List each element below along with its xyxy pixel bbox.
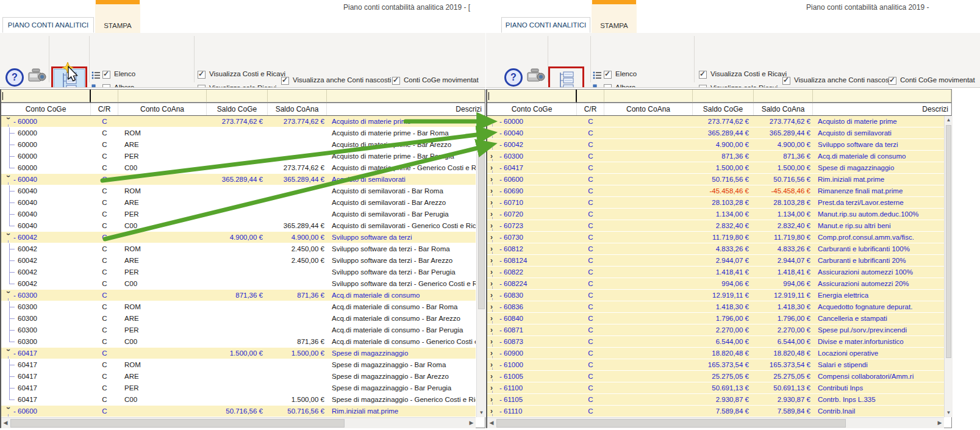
collapse-node-icon[interactable]: › — [2, 349, 14, 355]
filter-cell-saldo-coana[interactable] — [754, 90, 813, 102]
guida-button[interactable]: ? Guida — [501, 68, 526, 88]
row-60417-PER[interactable]: 60417CPERSpese di magazzinaggio - Bar Pe… — [1, 382, 476, 394]
row-60690[interactable]: ›- 60690C-45.458,46 €-45.458,46 €Rimanen… — [487, 185, 944, 197]
row-60830[interactable]: ›- 60830C12.919,11 €12.919,11 €Energia e… — [487, 290, 944, 301]
expand-node-icon[interactable]: › — [490, 313, 496, 324]
row-60040-ROM[interactable]: 60040CROMAcquisto di semilavorati - Bar … — [1, 185, 476, 197]
scroll-down-arrow[interactable]: ▼ — [945, 409, 953, 417]
filter-cell-conto-coge[interactable] — [487, 90, 577, 102]
row-60900[interactable]: ›- 60900C18.820,48 €18.820,48 €Locazioni… — [487, 348, 944, 359]
expand-node-icon[interactable]: › — [490, 406, 496, 417]
row-60822[interactable]: ›- 60822C1.418,41 €1.418,41 €Assicurazio… — [487, 267, 944, 278]
filter-cell-descrizione[interactable] — [813, 90, 951, 102]
row-60040-C00[interactable]: 60040CC00365.289,44 €Acquisto di semilav… — [1, 220, 476, 232]
row-60871[interactable]: ›- 60871C2.270,00 €2.270,00 €Spese pul./… — [487, 324, 944, 336]
row-60040-PER[interactable]: 60040CPERAcquisto di semilavorati - Bar … — [1, 209, 476, 220]
row-60600[interactable]: ›- 60600C50.716,56 €50.716,56 €Rim.inizi… — [1, 406, 476, 417]
column-header-saldo-coana[interactable]: Saldo CoAna — [754, 103, 813, 115]
row-60723[interactable]: ›- 60723C2.832,40 €2.832,40 €Manut.e rip… — [487, 220, 944, 232]
checkbox-elenco[interactable] — [604, 71, 612, 79]
scroll-down-arrow[interactable]: ▼ — [477, 409, 485, 417]
row-60300[interactable]: ›- 60300C871,36 €871,36 €Acq.di material… — [1, 290, 476, 301]
row-60042[interactable]: ›- 60042C4.900,00 €4.900,00 €Sviluppo so… — [487, 139, 944, 151]
scroll-up-arrow[interactable]: ▲ — [945, 116, 953, 124]
column-header-conto-coge[interactable]: Conto CoGe — [487, 103, 577, 115]
column-header-saldo-coge[interactable]: Saldo CoGe — [693, 103, 754, 115]
scroll-left-arrow[interactable]: ◀ — [1, 418, 10, 428]
row-60730[interactable]: ›- 60730C11.719,80 €11.719,80 €Comp.prof… — [487, 232, 944, 243]
filter-cell-saldo-coge[interactable] — [207, 90, 268, 102]
scroll-left-arrow[interactable]: ◀ — [487, 418, 496, 428]
expand-node-icon[interactable]: › — [490, 324, 496, 335]
row-61105[interactable]: ›- 61105C2.930,87 €2.930,87 €Contrb. Inp… — [487, 394, 944, 406]
expand-node-icon[interactable]: › — [490, 243, 496, 254]
checkbox-conti-coge-movimentati[interactable] — [889, 77, 896, 85]
checkbox-visualizza-anche-conti-nascosti[interactable] — [782, 77, 790, 85]
row-60000-C00[interactable]: 60000CC00273.774,62 €Acquisto di materie… — [1, 162, 476, 174]
row-60000[interactable]: ›- 60000C273.774,62 €273.774,62 €Acquist… — [487, 116, 944, 127]
tab-piano-conti-analitici[interactable]: PIANO CONTI ANALITICI — [501, 17, 590, 33]
expand-node-icon[interactable]: › — [490, 127, 496, 138]
column-header-descrizione[interactable]: Descrizi — [327, 103, 485, 115]
row-60720[interactable]: ›- 60720C1.134,00 €1.134,00 €Manut.rip.s… — [487, 209, 944, 220]
checkbox-visualizza-costi-e-ricavi[interactable] — [699, 71, 707, 79]
filter-cell-conto-coana[interactable] — [604, 90, 693, 102]
expand-node-icon[interactable]: › — [490, 197, 496, 208]
expand-node-icon[interactable]: › — [490, 348, 496, 359]
expand-node-icon[interactable]: › — [490, 185, 496, 196]
column-header-conto-coana[interactable]: Conto CoAna — [604, 103, 693, 115]
expand-node-icon[interactable]: › — [490, 139, 496, 150]
guida-button[interactable]: ? Guida — [2, 68, 27, 88]
collapse-node-icon[interactable]: › — [2, 233, 14, 239]
vertical-scrollbar[interactable]: ▲ ▼ — [476, 116, 485, 417]
tab-stampa[interactable]: STAMPA — [95, 0, 140, 34]
expand-node-icon[interactable]: › — [490, 116, 496, 127]
expand-node-icon[interactable]: › — [490, 267, 496, 278]
row-61110[interactable]: ›- 61110C7.589,84 €7.589,84 €Contrib.Ina… — [487, 406, 944, 417]
row-60042-C00[interactable]: 60042CC00Sviluppo software da terzi - Ge… — [1, 278, 476, 290]
row-60840[interactable]: ›- 60840C1.796,00 €1.796,00 €Cancelleria… — [487, 313, 944, 324]
column-header-c-r[interactable]: C/R — [577, 103, 604, 115]
row-60300-PER[interactable]: 60300CPERAcq.di materiale di consumo - B… — [1, 324, 476, 336]
row-60042-ROM[interactable]: 60042CROM2.450,00 €Sviluppo software da … — [1, 243, 476, 255]
column-header-conto-coge[interactable]: Conto CoGe — [1, 103, 91, 115]
filter-cell-descrizione[interactable] — [327, 90, 485, 102]
expand-node-icon[interactable]: › — [490, 371, 496, 382]
expand-node-icon[interactable]: › — [490, 255, 496, 266]
vertical-scroll-thumb[interactable] — [946, 125, 951, 358]
row-60710[interactable]: ›- 60710C28.103,28 €28.103,28 €Prest.da … — [487, 197, 944, 209]
row-60417-ROM[interactable]: 60417CROMSpese di magazzinaggio - Bar Ro… — [1, 359, 476, 371]
filter-cell-saldo-coge[interactable] — [693, 90, 754, 102]
row-61000[interactable]: ›- 61000C165.373,54 €165.373,54 €Salari … — [487, 359, 944, 371]
row-608224[interactable]: ›- 608224C994,06 €994,06 €Assicurazioni … — [487, 278, 944, 290]
row-60000-ROM[interactable]: 60000CROMAcquisto di materie prime - Bar… — [1, 127, 476, 139]
filter-cell-c-r[interactable] — [91, 90, 118, 102]
video-button[interactable]: Video — [24, 68, 49, 88]
expand-node-icon[interactable]: › — [490, 232, 496, 243]
row-60417-ARE[interactable]: 60417CARESpese di magazzinaggio - Bar Ar… — [1, 371, 476, 382]
checkbox-conti-coge-movimentati[interactable] — [392, 77, 400, 85]
horizontal-scroll-thumb[interactable] — [496, 419, 846, 428]
row-60836[interactable]: ›- 60836C1.418,30 €1.418,30 €Acquedotto … — [487, 301, 944, 313]
vertical-scroll-thumb[interactable] — [478, 125, 485, 309]
checkbox-visualizza-solo-ricavi[interactable] — [699, 85, 707, 88]
expand-node-icon[interactable]: › — [490, 174, 496, 185]
expand-node-icon[interactable]: › — [490, 290, 496, 301]
expand-node-icon[interactable]: › — [490, 394, 496, 405]
row-61005[interactable]: ›- 61005C25.275,05 €25.275,05 €Compensi … — [487, 371, 944, 382]
horizontal-scroll-thumb[interactable] — [10, 419, 345, 428]
checkbox-albero[interactable] — [102, 84, 110, 88]
row-60042-ARE[interactable]: 60042CARE2.450,00 €Sviluppo software da … — [1, 255, 476, 267]
vertical-scrollbar[interactable]: ▲ ▼ — [944, 116, 953, 417]
column-header-c-r[interactable]: C/R — [91, 103, 118, 115]
row-60600[interactable]: ›- 60600C50.716,56 €50.716,56 €Rim.inizi… — [487, 174, 944, 185]
row-60812[interactable]: ›- 60812C4.833,26 €4.833,26 €Carburanti … — [487, 243, 944, 255]
checkbox-elenco[interactable] — [102, 71, 110, 79]
row-61100[interactable]: ›- 61100C50.691,13 €50.691,13 €Contribut… — [487, 382, 944, 394]
checkbox-visualizza-solo-ricavi[interactable] — [198, 85, 206, 88]
row-60042[interactable]: ›- 60042C4.900,00 €4.900,00 €Sviluppo so… — [1, 232, 476, 243]
expand-node-icon[interactable]: › — [490, 162, 496, 173]
row-60300-C00[interactable]: 60300CC00871,36 €Acq.di materiale di con… — [1, 336, 476, 348]
expand-node-icon[interactable]: › — [490, 278, 496, 289]
expand-node-icon[interactable]: › — [490, 151, 496, 162]
